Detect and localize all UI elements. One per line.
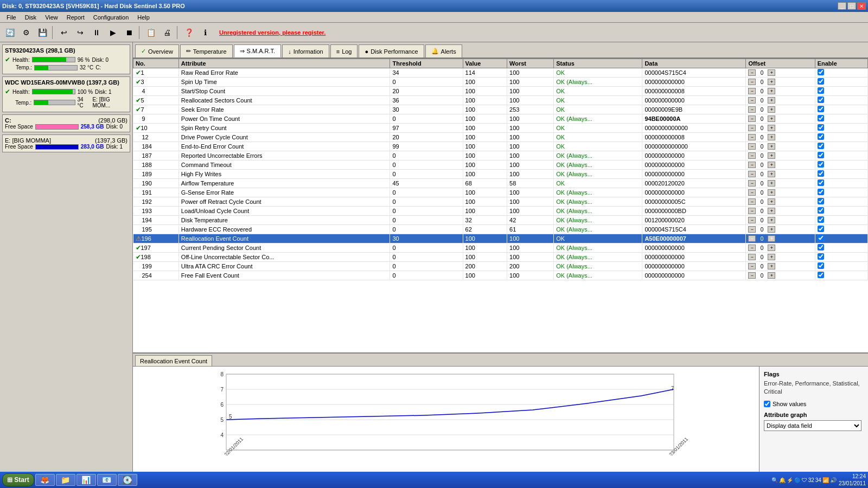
offset-plus[interactable]: + bbox=[768, 88, 775, 94]
table-row[interactable]: ✔3 Spin Up Time 0 100 100 OK (Always... … bbox=[133, 78, 868, 87]
menu-disk[interactable]: Disk bbox=[21, 13, 41, 22]
table-row[interactable]: 184 End-to-End Error Count 99 100 100 OK… bbox=[133, 142, 868, 151]
toolbar-btn-2[interactable]: ⚙ bbox=[18, 25, 34, 40]
table-row[interactable]: 189 High Fly Writes 0 100 100 OK (Always… bbox=[133, 170, 868, 179]
table-row[interactable]: 193 Load/Unload Cycle Count 0 100 100 OK… bbox=[133, 207, 868, 216]
table-row[interactable]: ✔7 Seek Error Rate 30 100 253 OK 0000000… bbox=[133, 105, 868, 114]
offset-plus[interactable]: + bbox=[768, 180, 775, 187]
unregistered-link[interactable]: Unregistered version, please register. bbox=[219, 29, 326, 36]
maximize-button[interactable]: □ bbox=[847, 2, 856, 10]
enable-checkbox[interactable] bbox=[818, 207, 824, 214]
enable-checkbox[interactable] bbox=[818, 124, 824, 131]
toolbar-btn-8[interactable]: ⏹ bbox=[122, 25, 137, 40]
enable-checkbox[interactable] bbox=[818, 226, 824, 232]
toolbar-btn-6[interactable]: ⏸ bbox=[89, 25, 104, 40]
offset-plus[interactable]: + bbox=[768, 245, 775, 251]
table-row[interactable]: ✔198 Off-Line Uncorrectable Sector Co...… bbox=[133, 253, 868, 262]
toolbar-btn-4[interactable]: ↩ bbox=[56, 25, 72, 40]
offset-minus[interactable]: − bbox=[748, 171, 756, 177]
table-row[interactable]: ✔197 Current Pending Sector Count 0 100 … bbox=[133, 243, 868, 253]
offset-plus[interactable]: + bbox=[768, 79, 775, 85]
offset-minus[interactable]: − bbox=[748, 125, 756, 131]
close-button[interactable]: ✕ bbox=[857, 2, 866, 10]
offset-minus[interactable]: − bbox=[748, 134, 756, 140]
enable-checkbox[interactable] bbox=[818, 97, 824, 103]
enable-checkbox[interactable] bbox=[818, 272, 824, 278]
menu-help[interactable]: Help bbox=[133, 13, 154, 22]
table-row[interactable]: ⚠196 Reallocation Event Count 30 100 100… bbox=[133, 234, 868, 243]
offset-minus[interactable]: − bbox=[748, 106, 756, 113]
offset-plus[interactable]: + bbox=[768, 97, 775, 104]
enable-checkbox[interactable] bbox=[818, 170, 824, 177]
toolbar-btn-9[interactable]: 📋 bbox=[143, 25, 158, 40]
enable-checkbox[interactable] bbox=[818, 87, 824, 94]
offset-minus[interactable]: − bbox=[748, 263, 756, 269]
tab-disk-performance[interactable]: ● Disk Performance bbox=[359, 44, 424, 57]
show-values-checkbox[interactable] bbox=[764, 401, 770, 407]
offset-minus[interactable]: − bbox=[748, 79, 756, 85]
offset-plus[interactable]: + bbox=[768, 226, 775, 233]
toolbar-btn-12[interactable]: ℹ bbox=[197, 25, 213, 40]
toolbar-btn-11[interactable]: ❓ bbox=[181, 25, 196, 40]
taskbar-app-explorer[interactable]: 📁 bbox=[56, 474, 75, 486]
minimize-button[interactable]: _ bbox=[838, 2, 846, 10]
taskbar-app-hds[interactable]: 💽 bbox=[118, 474, 137, 486]
toolbar-btn-1[interactable]: 🔄 bbox=[2, 25, 17, 40]
tab-temperature[interactable]: ✏ Temperature bbox=[180, 44, 233, 57]
smart-table-container[interactable]: No. Attribute Threshold Value Worst Stat… bbox=[133, 59, 868, 352]
offset-minus[interactable]: − bbox=[748, 254, 756, 260]
table-row[interactable]: 199 Ultra ATA CRC Error Count 0 200 200 … bbox=[133, 262, 868, 271]
taskbar-app-firefox[interactable]: 🦊 bbox=[35, 474, 55, 486]
menu-report[interactable]: Report bbox=[62, 13, 89, 22]
enable-checkbox[interactable] bbox=[818, 133, 824, 140]
enable-checkbox[interactable] bbox=[818, 189, 824, 195]
offset-minus[interactable]: − bbox=[748, 272, 756, 279]
table-row[interactable]: ✔5 Reallocated Sectors Count 36 100 100 … bbox=[133, 96, 868, 105]
tab-information[interactable]: ↓ Information bbox=[282, 44, 329, 57]
table-row[interactable]: 195 Hardware ECC Recovered 0 62 61 OK (A… bbox=[133, 225, 868, 234]
offset-minus[interactable]: − bbox=[748, 217, 756, 223]
enable-checkbox[interactable] bbox=[818, 235, 824, 241]
enable-checkbox[interactable] bbox=[818, 143, 824, 149]
table-row[interactable]: 187 Reported Uncorrectable Errors 0 100 … bbox=[133, 151, 868, 160]
offset-minus[interactable]: − bbox=[748, 162, 756, 168]
tab-smart[interactable]: ⇒ S.M.A.R.T. bbox=[234, 44, 282, 57]
tab-log[interactable]: ≡ Log bbox=[330, 44, 358, 57]
offset-plus[interactable]: + bbox=[768, 272, 775, 279]
enable-checkbox[interactable] bbox=[818, 106, 824, 112]
table-row[interactable]: 9 Power On Time Count 0 100 100 OK (Alwa… bbox=[133, 114, 868, 124]
offset-plus[interactable]: + bbox=[768, 171, 775, 177]
offset-minus[interactable]: − bbox=[748, 152, 756, 159]
taskbar-app-outlook[interactable]: 📧 bbox=[97, 474, 117, 486]
offset-plus[interactable]: + bbox=[768, 198, 775, 205]
enable-checkbox[interactable] bbox=[818, 216, 824, 223]
offset-plus[interactable]: + bbox=[768, 189, 775, 196]
offset-minus[interactable]: − bbox=[748, 143, 756, 150]
start-button[interactable]: ⊞ Start bbox=[2, 473, 34, 486]
enable-checkbox[interactable] bbox=[818, 262, 824, 269]
offset-plus[interactable]: + bbox=[768, 208, 775, 214]
enable-checkbox[interactable] bbox=[818, 161, 824, 168]
enable-checkbox[interactable] bbox=[818, 198, 824, 204]
offset-minus[interactable]: − bbox=[748, 97, 756, 104]
toolbar-btn-10[interactable]: 🖨 bbox=[159, 25, 175, 40]
tab-alerts[interactable]: 🔔 Alerts bbox=[425, 44, 462, 57]
offset-plus[interactable]: + bbox=[768, 69, 775, 76]
offset-plus[interactable]: + bbox=[768, 162, 775, 168]
table-row[interactable]: 188 Command Timeout 0 100 100 OK (Always… bbox=[133, 160, 868, 170]
offset-plus[interactable]: + bbox=[768, 143, 775, 150]
offset-plus[interactable]: + bbox=[768, 125, 775, 131]
offset-minus[interactable]: − bbox=[748, 226, 756, 233]
toolbar-btn-7[interactable]: ▶ bbox=[105, 25, 120, 40]
offset-plus[interactable]: + bbox=[768, 134, 775, 140]
enable-checkbox[interactable] bbox=[818, 179, 824, 186]
offset-minus[interactable]: − bbox=[748, 115, 756, 122]
offset-minus[interactable]: − bbox=[748, 208, 756, 214]
table-row[interactable]: 12 Drive Power Cycle Count 20 100 100 OK… bbox=[133, 133, 868, 142]
offset-plus[interactable]: + bbox=[768, 263, 775, 269]
table-row[interactable]: 4 Start/Stop Count 20 100 100 OK 0000000… bbox=[133, 87, 868, 96]
offset-plus[interactable]: + bbox=[768, 106, 775, 113]
table-row[interactable]: 191 G-Sense Error Rate 0 100 100 OK (Alw… bbox=[133, 188, 868, 197]
offset-minus[interactable]: − bbox=[748, 180, 756, 187]
enable-checkbox[interactable] bbox=[818, 152, 824, 158]
